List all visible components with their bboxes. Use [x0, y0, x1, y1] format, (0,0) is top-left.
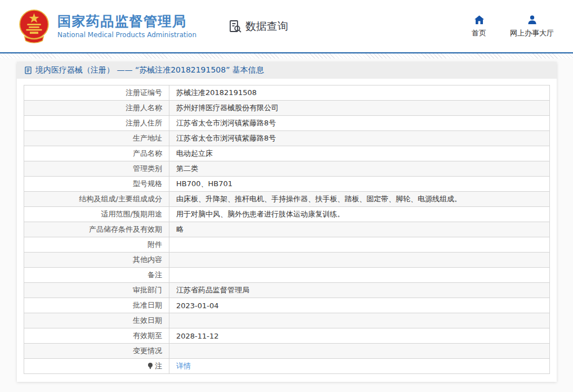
row-label: 批准日期	[24, 298, 169, 313]
table-row: 结构及组成/主要组成成分由床板、升降架、推杆电机、手持操作器、扶手板、踏板、固定…	[24, 192, 550, 207]
row-value: 2023-01-04	[169, 298, 550, 313]
row-value: 苏械注准20182191508	[169, 85, 550, 101]
row-value: 江苏省药品监督管理局	[169, 283, 550, 298]
table-row: 适用范围/预期用途用于对脑中风、脑外伤患者进行肢体运动康复训练。	[24, 207, 550, 222]
row-value: 详情	[169, 359, 550, 374]
table-row: 备注	[24, 268, 550, 283]
row-value	[169, 237, 550, 253]
row-label: 管理类别	[24, 161, 169, 177]
row-label: 生产地址	[24, 131, 169, 146]
row-value: 江苏省太仓市浏河镇紫藤路8号	[169, 116, 550, 131]
row-label: 变更情况	[24, 344, 169, 359]
row-label: 有效期至	[24, 328, 169, 344]
table-row: 注册人名称苏州好博医疗器械股份有限公司	[24, 101, 550, 116]
table-row: 注册人住所江苏省太仓市浏河镇紫藤路8号	[24, 116, 550, 131]
nav-home-label: 首页	[472, 28, 486, 38]
main-content: 境内医疗器械（注册） —— “苏械注准20182191508” 基本信息 注册证…	[0, 58, 573, 392]
row-label: 审批部门	[24, 283, 169, 298]
bulb-icon	[147, 362, 154, 371]
row-label: 注册证编号	[24, 85, 169, 101]
table-row: 附件	[24, 237, 550, 253]
data-query-section[interactable]: 数据查询	[228, 19, 288, 34]
table-row: 生效日期	[24, 313, 550, 328]
table-row: 审批部门江苏省药品监督管理局	[24, 283, 550, 298]
table-row: 管理类别第二类	[24, 161, 550, 177]
row-value: 2028-11-12	[169, 328, 550, 344]
home-icon	[474, 15, 485, 25]
registration-info-table: 注册证编号苏械注准20182191508注册人名称苏州好博医疗器械股份有限公司注…	[24, 85, 550, 374]
nav-service-hall[interactable]: 网上办事大厅	[510, 15, 554, 38]
header-nav: 首页 网上办事大厅	[472, 15, 554, 38]
table-row: 变更情况	[24, 344, 550, 359]
document-icon	[24, 66, 32, 74]
row-label: 结构及组成/主要组成成分	[24, 192, 169, 207]
row-value: 第二类	[169, 161, 550, 177]
table-row: 产品名称电动起立床	[24, 146, 550, 161]
table-row: 其他内容	[24, 253, 550, 268]
row-value: 江苏省太仓市浏河镇紫藤路8号	[169, 131, 550, 146]
page-title: 境内医疗器械（注册） —— “苏械注准20182191508” 基本信息	[35, 65, 264, 75]
site-subtitle: National Medical Products Administration	[57, 31, 196, 39]
row-label: 适用范围/预期用途	[24, 207, 169, 222]
row-label: 注	[24, 359, 169, 374]
row-label: 产品储存条件及有效期	[24, 222, 169, 237]
row-value: 由床板、升降架、推杆电机、手持操作器、扶手板、踏板、固定带、脚轮、电源线组成。	[169, 192, 550, 207]
header-hatch-band	[0, 53, 573, 58]
table-row: 型号规格HB700、HB701	[24, 177, 550, 192]
nav-home[interactable]: 首页	[472, 15, 486, 38]
row-label: 注册人住所	[24, 116, 169, 131]
row-value	[169, 268, 550, 283]
data-query-icon	[228, 19, 243, 34]
table-row: 生产地址江苏省太仓市浏河镇紫藤路8号	[24, 131, 550, 146]
nav-service-hall-label: 网上办事大厅	[510, 28, 554, 38]
site-header: 国家药品监督管理局 National Medical Products Admi…	[0, 0, 573, 52]
row-value	[169, 253, 550, 268]
table-row: 有效期至2028-11-12	[24, 328, 550, 344]
row-value: 用于对脑中风、脑外伤患者进行肢体运动康复训练。	[169, 207, 550, 222]
table-container: 注册证编号苏械注准20182191508注册人名称苏州好博医疗器械股份有限公司注…	[17, 79, 557, 382]
row-label: 生效日期	[24, 313, 169, 328]
card-title-bar: 境内医疗器械（注册） —— “苏械注准20182191508” 基本信息	[17, 62, 557, 79]
national-emblem-icon	[18, 9, 50, 44]
row-label: 产品名称	[24, 146, 169, 161]
person-icon	[527, 15, 538, 25]
row-value: 苏州好博医疗器械股份有限公司	[169, 101, 550, 116]
table-row: 批准日期2023-01-04	[24, 298, 550, 313]
row-label: 型号规格	[24, 177, 169, 192]
row-value	[169, 313, 550, 328]
row-label: 备注	[24, 268, 169, 283]
table-row: 产品储存条件及有效期略	[24, 222, 550, 237]
row-label: 注册人名称	[24, 101, 169, 116]
table-row: 注册证编号苏械注准20182191508	[24, 85, 550, 101]
registration-card: 境内医疗器械（注册） —— “苏械注准20182191508” 基本信息 注册证…	[17, 62, 557, 382]
row-value: HB700、HB701	[169, 177, 550, 192]
table-row: 注详情	[24, 359, 550, 374]
row-value: 电动起立床	[169, 146, 550, 161]
row-value: 略	[169, 222, 550, 237]
site-title: 国家药品监督管理局	[57, 13, 196, 30]
detail-link[interactable]: 详情	[176, 362, 191, 370]
site-logo: 国家药品监督管理局 National Medical Products Admi…	[18, 9, 196, 44]
row-label: 其他内容	[24, 253, 169, 268]
row-value	[169, 344, 550, 359]
row-label: 附件	[24, 237, 169, 253]
data-query-label: 数据查询	[245, 19, 288, 34]
